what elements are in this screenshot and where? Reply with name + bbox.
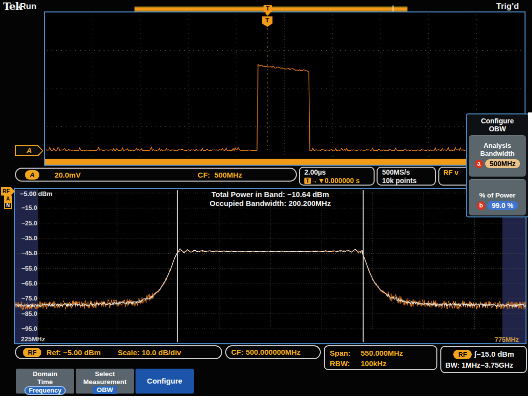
configure-obw-panel: Configure OBW Analysis Bandwidth a 500MH… xyxy=(466,113,529,217)
page-margin-bottom xyxy=(0,396,532,400)
rf-vertical-readout: RF Ref: −5.00 dBm Scale: 10.0 dB/div xyxy=(15,345,222,359)
center-frequency-readout: CF: 500.000000MHz xyxy=(225,345,321,359)
trigger-status: Trig'd xyxy=(496,1,519,11)
domain-selected-value: Frequency xyxy=(24,386,66,395)
total-power-value: Total Power in Band: −10.64 dBm xyxy=(15,190,526,199)
y-axis-tick-label: −45.0 xyxy=(21,250,37,257)
horizontal-readout: 2.00µs T→▼0.000000 s xyxy=(299,167,375,186)
scale-value: Scale: 10.0 dB/div xyxy=(118,348,181,357)
panel-title: Configure OBW xyxy=(467,114,528,133)
y-axis-tick-label: −35.0 xyxy=(21,235,37,242)
percent-of-power-softkey[interactable]: % of Power b 99.0 % xyxy=(469,179,526,215)
amplitude-trace-marker-label: A xyxy=(16,146,42,155)
cf-readout: CF: 500MHz xyxy=(198,171,242,179)
time-per-div-value: 2.00µs xyxy=(304,168,369,177)
oscilloscope-screen: Tek Run Trig'd T T A A 20.0mV CF: 500MHz… xyxy=(0,0,532,400)
y-axis-tick-label: −15.0 xyxy=(21,204,37,211)
configure-button[interactable]: Configure xyxy=(135,369,194,394)
tek-logo: Tek xyxy=(3,0,22,12)
percent-of-power-value: 99.0 % xyxy=(487,201,518,210)
trigger-position-icon: T xyxy=(264,5,272,12)
stop-frequency-label: 775MHz xyxy=(495,336,519,343)
analysis-bandwidth-value: 500MHz xyxy=(485,159,520,168)
time-domain-plot xyxy=(45,12,525,165)
spectrum-graticule: Total Power in Band: −10.64 dBm Occupied… xyxy=(14,188,527,344)
obw-annotation: Total Power in Band: −10.64 dBm Occupied… xyxy=(15,190,526,207)
span-rbw-readout: Span:550.000MHz RBW:100kHz xyxy=(324,345,437,370)
time-domain-graticule xyxy=(44,11,526,166)
acquisition-status: Run xyxy=(20,1,36,11)
y-axis-tick-label: −55.0 xyxy=(21,265,37,272)
trigger-position-readout: T→▼0.000000 s xyxy=(304,177,369,185)
frequency-vs-time-bar xyxy=(45,159,525,165)
domain-button[interactable]: Domain Time Frequency xyxy=(16,369,74,394)
average-trace-badge: A xyxy=(4,196,12,202)
y-axis-tick-label: −85.0 xyxy=(21,310,37,317)
rf-trigger-bandwidth: BW: 1MHz−3.75GHz xyxy=(445,360,522,371)
sample-rate-value: 500MS/s xyxy=(382,168,430,177)
rf-badge: RF xyxy=(23,348,41,357)
page-margin-right xyxy=(528,112,532,400)
rf-trace-marker: RF xyxy=(1,187,15,196)
y-axis-tick-label: −95.0 xyxy=(21,325,37,332)
amplitude-trace-marker: A xyxy=(15,145,43,156)
ref-level-label: −5.00 dBm xyxy=(20,190,52,198)
normal-trace-badge: N xyxy=(4,202,12,209)
occupied-bandwidth-value: Occupied Bandwidth: 200.200MHz xyxy=(15,199,526,208)
vertical-scale-value: 20.0mV xyxy=(54,171,81,179)
trigger-t-icon: T xyxy=(304,178,311,184)
rf-trigger-badge: RF xyxy=(453,350,472,359)
multipurpose-knob-a-icon: a xyxy=(475,160,483,168)
ref-level-value: Ref: −5.00 dBm xyxy=(46,348,101,357)
rf-trigger-readout: RF ʃ−15.0 dBm BW: 1MHz−3.75GHz xyxy=(440,346,527,373)
y-axis-tick-label: −65.0 xyxy=(21,280,37,287)
trigger-position-pointer-icon xyxy=(266,12,270,15)
measurement-selected-value: OBW xyxy=(93,386,117,394)
select-measurement-button[interactable]: Select Measurement OBW xyxy=(76,369,134,394)
multipurpose-knob-b-icon: b xyxy=(477,201,485,210)
y-axis-tick-label: −25.0 xyxy=(21,220,37,227)
span-value: 550.000MHz xyxy=(361,349,403,357)
analysis-bandwidth-softkey[interactable]: Analysis Bandwidth a 500MHz xyxy=(469,135,526,177)
amplitude-scale-readout: A 20.0mV CF: 500MHz xyxy=(15,168,297,182)
amplitude-channel-badge: A xyxy=(25,170,39,180)
acquisition-readout: 500MS/s 10k points xyxy=(377,167,436,186)
spectrum-plot xyxy=(15,189,526,343)
record-length-value: 10k points xyxy=(382,177,430,185)
y-axis-tick-label: −75.0 xyxy=(21,295,37,302)
rbw-value: 100kHz xyxy=(361,359,387,368)
start-frequency-label: 225MHz xyxy=(21,335,45,343)
rf-trigger-level: −15.0 dBm xyxy=(477,350,514,358)
